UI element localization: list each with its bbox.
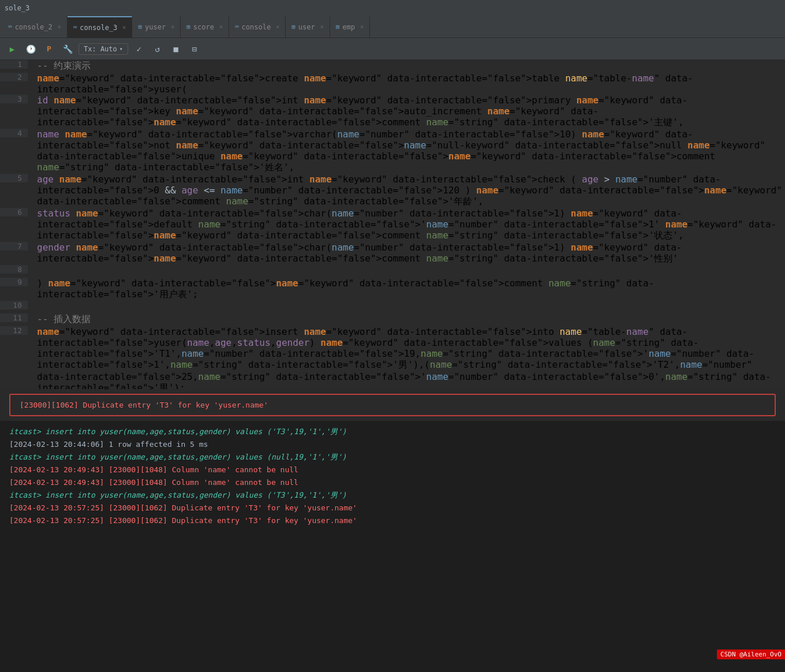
- column-name: name: [680, 359, 702, 370]
- column-name: name: [304, 73, 326, 84]
- wrench-button[interactable]: 🔧: [60, 42, 75, 57]
- line-number: 10: [0, 301, 28, 309]
- table-row[interactable]: 1-- 约束演示: [0, 60, 785, 73]
- column-name: name: [426, 253, 448, 264]
- column-name: name: [176, 140, 199, 151]
- code-line[interactable]: gender name="keyword" data-interactable=…: [28, 242, 785, 265]
- table-row[interactable]: 10: [0, 301, 785, 313]
- csdn-badge: CSDN @Aileen_OvO: [717, 649, 785, 659]
- column-name: name: [198, 219, 220, 230]
- output-line: [2024-02-13 20:49:43] [23000][1048] Colu…: [9, 464, 776, 476]
- tab-label-yuser: yuser: [145, 23, 166, 31]
- tab-close-console_2[interactable]: ×: [58, 24, 61, 30]
- code-line[interactable]: name name="keyword" data-interactable="f…: [28, 129, 785, 174]
- column-name: gender: [276, 337, 309, 348]
- table-row[interactable]: 5 age name="keyword" data-interactable="…: [0, 174, 785, 208]
- tab-close-user[interactable]: ×: [320, 24, 324, 30]
- column-name: name: [226, 196, 249, 207]
- code-line[interactable]: -- 插入数据: [28, 313, 785, 326]
- title-bar: sole_3: [0, 0, 785, 16]
- tab-yuser[interactable]: ⊞yuser×: [132, 16, 181, 38]
- tab-close-emp[interactable]: ×: [360, 24, 364, 30]
- code-line[interactable]: status name="keyword" data-interactable=…: [28, 208, 785, 242]
- column-name: name: [666, 219, 688, 230]
- output-line: itcast> insert into yuser(name,age,statu…: [9, 489, 776, 502]
- column-name: name: [220, 151, 243, 162]
- operator: >: [604, 174, 610, 185]
- column-name: name: [593, 337, 615, 348]
- stop-button[interactable]: ■: [169, 42, 184, 57]
- code-line[interactable]: name="keyword" data-interactable="false"…: [28, 326, 785, 389]
- tab-user[interactable]: ⊞user×: [286, 16, 330, 38]
- column-name: name: [448, 151, 471, 162]
- tab-console_3[interactable]: ⌨console_3×: [68, 16, 133, 38]
- table-row[interactable]: 2name="keyword" data-interactable="false…: [0, 73, 785, 95]
- table-row[interactable]: 12name="keyword" data-interactable="fals…: [0, 326, 785, 389]
- column-name: name: [37, 129, 59, 140]
- column-name: name: [476, 185, 499, 196]
- column-name: name: [565, 73, 588, 84]
- table-row[interactable]: 11-- 插入数据: [0, 313, 785, 326]
- run-button[interactable]: ▶: [5, 42, 20, 57]
- column-name: name: [426, 371, 448, 382]
- column-name: name: [304, 326, 326, 337]
- code-line[interactable]: name="keyword" data-interactable="false"…: [28, 73, 785, 95]
- table-row[interactable]: 3 id name="keyword" data-interactable="f…: [0, 95, 785, 129]
- code-line[interactable]: id name="keyword" data-interactable="fal…: [28, 95, 785, 129]
- comment-text: -- 插入数据: [37, 313, 91, 324]
- column-name: name: [404, 140, 427, 151]
- tx-dropdown[interactable]: Tx: Auto ▾: [78, 43, 128, 55]
- column-name: name: [154, 253, 176, 264]
- tab-label-console_2: console_2: [15, 23, 53, 31]
- output-area[interactable]: itcast> insert into yuser(name,age,statu…: [0, 421, 785, 672]
- pin-button[interactable]: P: [42, 42, 57, 57]
- history-button[interactable]: 🕐: [23, 42, 38, 57]
- column-name: name: [176, 106, 199, 117]
- code-line[interactable]: age name="keyword" data-interactable="fa…: [28, 174, 785, 208]
- column-name: gender: [37, 242, 70, 253]
- output-line: itcast> insert into yuser(name,age,statu…: [9, 425, 776, 438]
- grid-button[interactable]: ⊟: [187, 42, 202, 57]
- code-line[interactable]: ) name="keyword" data-interactable="fals…: [28, 278, 785, 301]
- tab-console[interactable]: ⌨console×: [229, 16, 286, 38]
- tab-close-console[interactable]: ×: [276, 24, 279, 30]
- tab-score[interactable]: ⊞score×: [181, 16, 229, 38]
- editor-area: 1-- 约束演示2name="keyword" data-interactabl…: [0, 60, 785, 389]
- line-number: 2: [0, 73, 28, 81]
- tab-label-console: console: [242, 23, 271, 31]
- tab-icon-console_2: ⌨: [8, 23, 12, 31]
- tab-console_2[interactable]: ⌨console_2×: [2, 16, 68, 38]
- tab-label-emp: emp: [342, 23, 355, 31]
- tab-close-yuser[interactable]: ×: [171, 24, 174, 30]
- line-number: 1: [0, 60, 28, 69]
- undo-button[interactable]: ↺: [150, 42, 165, 57]
- tab-close-console_3[interactable]: ×: [122, 24, 126, 31]
- table-row[interactable]: 9) name="keyword" data-interactable="fal…: [0, 278, 785, 301]
- operator: <=: [204, 185, 215, 196]
- column-name: name: [626, 326, 649, 337]
- table-row[interactable]: 6 status name="keyword" data-interactabl…: [0, 208, 785, 242]
- table-row[interactable]: 7 gender name="keyword" data-interactabl…: [0, 242, 785, 265]
- column-name: name: [487, 106, 510, 117]
- column-name: name: [198, 371, 220, 382]
- column-name: name: [582, 129, 604, 140]
- tab-icon-emp: ⊞: [336, 23, 340, 31]
- column-name: name: [76, 208, 98, 219]
- code-line[interactable]: [28, 301, 785, 312]
- column-name: name: [666, 371, 688, 382]
- commit-button[interactable]: ✓: [132, 42, 147, 57]
- output-line: [2024-02-13 20:44:06] 1 row affected in …: [9, 438, 776, 451]
- tab-emp[interactable]: ⊞emp×: [330, 16, 370, 38]
- column-name: name: [426, 117, 448, 128]
- output-line: [2024-02-13 20:49:43] [23000][1048] Colu…: [9, 476, 776, 489]
- column-name: age: [582, 174, 599, 185]
- code-editor[interactable]: 1-- 约束演示2name="keyword" data-interactabl…: [0, 60, 785, 389]
- tab-close-score[interactable]: ×: [219, 24, 223, 30]
- table-row[interactable]: 4 name name="keyword" data-interactable=…: [0, 129, 785, 174]
- error-message-box: [23000][1062] Duplicate entry 'T3' for k…: [9, 394, 776, 416]
- code-line[interactable]: [28, 265, 785, 276]
- column-name: name: [421, 348, 443, 359]
- code-line[interactable]: -- 约束演示: [28, 60, 785, 72]
- column-name: name: [59, 174, 82, 185]
- table-row[interactable]: 8: [0, 265, 785, 278]
